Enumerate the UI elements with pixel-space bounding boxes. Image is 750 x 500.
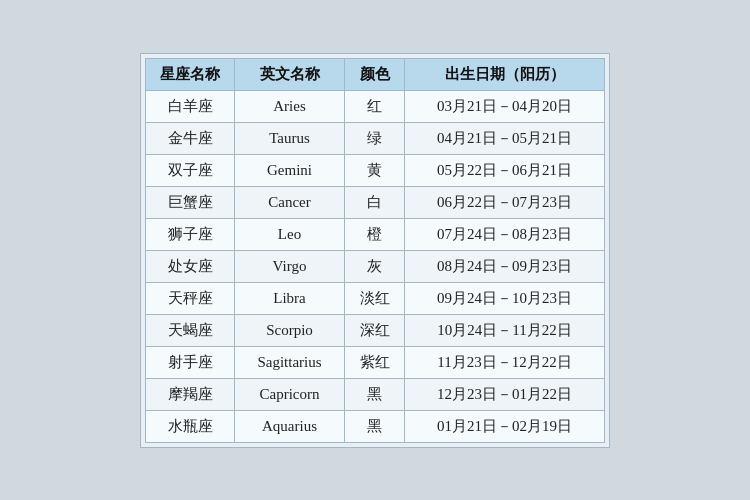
table-row: 狮子座Leo橙07月24日－08月23日 xyxy=(146,218,605,250)
cell-color: 绿 xyxy=(345,122,405,154)
cell-english: Libra xyxy=(235,282,345,314)
cell-english: Sagittarius xyxy=(235,346,345,378)
cell-chinese: 射手座 xyxy=(146,346,235,378)
cell-chinese: 天蝎座 xyxy=(146,314,235,346)
cell-date: 07月24日－08月23日 xyxy=(405,218,605,250)
cell-date: 01月21日－02月19日 xyxy=(405,410,605,442)
cell-color: 白 xyxy=(345,186,405,218)
cell-english: Leo xyxy=(235,218,345,250)
cell-color: 橙 xyxy=(345,218,405,250)
cell-color: 黑 xyxy=(345,378,405,410)
cell-chinese: 摩羯座 xyxy=(146,378,235,410)
cell-color: 灰 xyxy=(345,250,405,282)
cell-chinese: 金牛座 xyxy=(146,122,235,154)
cell-color: 紫红 xyxy=(345,346,405,378)
cell-date: 12月23日－01月22日 xyxy=(405,378,605,410)
table-row: 白羊座Aries红03月21日－04月20日 xyxy=(146,90,605,122)
cell-color: 黑 xyxy=(345,410,405,442)
table-row: 金牛座Taurus绿04月21日－05月21日 xyxy=(146,122,605,154)
cell-date: 05月22日－06月21日 xyxy=(405,154,605,186)
cell-date: 04月21日－05月21日 xyxy=(405,122,605,154)
table-row: 天蝎座Scorpio深红10月24日－11月22日 xyxy=(146,314,605,346)
cell-date: 11月23日－12月22日 xyxy=(405,346,605,378)
zodiac-table: 星座名称 英文名称 颜色 出生日期（阳历） 白羊座Aries红03月21日－04… xyxy=(145,58,605,443)
cell-english: Scorpio xyxy=(235,314,345,346)
cell-english: Virgo xyxy=(235,250,345,282)
cell-english: Taurus xyxy=(235,122,345,154)
cell-chinese: 巨蟹座 xyxy=(146,186,235,218)
cell-color: 黄 xyxy=(345,154,405,186)
cell-english: Gemini xyxy=(235,154,345,186)
cell-color: 红 xyxy=(345,90,405,122)
cell-chinese: 天秤座 xyxy=(146,282,235,314)
cell-date: 03月21日－04月20日 xyxy=(405,90,605,122)
cell-color: 淡红 xyxy=(345,282,405,314)
cell-english: Capricorn xyxy=(235,378,345,410)
table-row: 双子座Gemini黄05月22日－06月21日 xyxy=(146,154,605,186)
header-chinese: 星座名称 xyxy=(146,58,235,90)
table-row: 摩羯座Capricorn黑12月23日－01月22日 xyxy=(146,378,605,410)
header-color: 颜色 xyxy=(345,58,405,90)
table-row: 处女座Virgo灰08月24日－09月23日 xyxy=(146,250,605,282)
table-header-row: 星座名称 英文名称 颜色 出生日期（阳历） xyxy=(146,58,605,90)
cell-chinese: 白羊座 xyxy=(146,90,235,122)
table-row: 天秤座Libra淡红09月24日－10月23日 xyxy=(146,282,605,314)
cell-color: 深红 xyxy=(345,314,405,346)
cell-chinese: 处女座 xyxy=(146,250,235,282)
cell-english: Aries xyxy=(235,90,345,122)
cell-date: 09月24日－10月23日 xyxy=(405,282,605,314)
cell-chinese: 双子座 xyxy=(146,154,235,186)
cell-chinese: 狮子座 xyxy=(146,218,235,250)
cell-chinese: 水瓶座 xyxy=(146,410,235,442)
table-row: 射手座Sagittarius紫红11月23日－12月22日 xyxy=(146,346,605,378)
cell-date: 10月24日－11月22日 xyxy=(405,314,605,346)
table-row: 水瓶座Aquarius黑01月21日－02月19日 xyxy=(146,410,605,442)
cell-date: 08月24日－09月23日 xyxy=(405,250,605,282)
cell-date: 06月22日－07月23日 xyxy=(405,186,605,218)
header-date: 出生日期（阳历） xyxy=(405,58,605,90)
zodiac-table-container: 星座名称 英文名称 颜色 出生日期（阳历） 白羊座Aries红03月21日－04… xyxy=(140,53,610,448)
header-english: 英文名称 xyxy=(235,58,345,90)
table-row: 巨蟹座Cancer白06月22日－07月23日 xyxy=(146,186,605,218)
cell-english: Cancer xyxy=(235,186,345,218)
cell-english: Aquarius xyxy=(235,410,345,442)
